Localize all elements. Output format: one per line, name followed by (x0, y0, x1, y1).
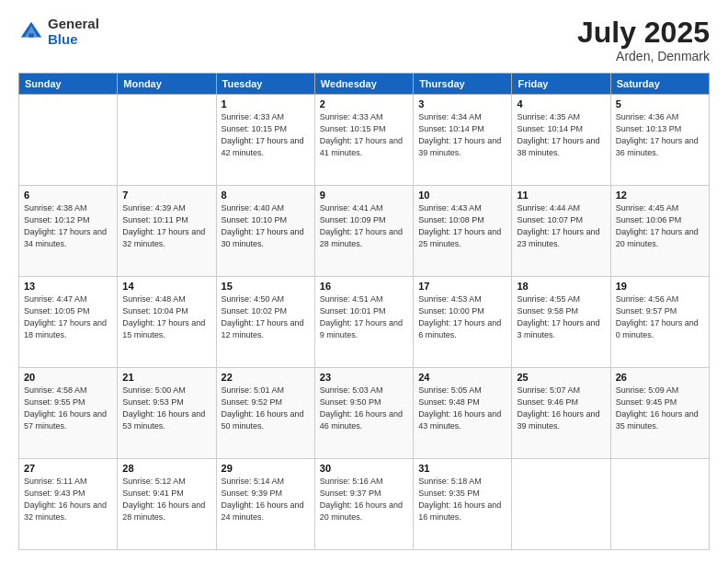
day-info: Sunrise: 5:12 AM Sunset: 9:41 PM Dayligh… (122, 476, 210, 523)
calendar-cell: 30Sunrise: 5:16 AM Sunset: 9:37 PM Dayli… (314, 459, 413, 550)
calendar-cell: 15Sunrise: 4:50 AM Sunset: 10:02 PM Dayl… (216, 277, 314, 368)
day-info: Sunrise: 4:53 AM Sunset: 10:00 PM Daylig… (418, 293, 506, 341)
day-info: Sunrise: 4:44 AM Sunset: 10:07 PM Daylig… (517, 202, 605, 250)
day-number: 26 (616, 372, 704, 383)
logo: General Blue (18, 17, 99, 47)
calendar-cell: 20Sunrise: 4:58 AM Sunset: 9:55 PM Dayli… (19, 368, 118, 459)
calendar-cell: 7Sunrise: 4:39 AM Sunset: 10:11 PM Dayli… (118, 186, 216, 277)
day-number: 24 (418, 372, 506, 383)
day-number: 4 (517, 98, 605, 109)
day-number: 2 (320, 98, 408, 109)
day-info: Sunrise: 4:33 AM Sunset: 10:15 PM Daylig… (320, 111, 408, 159)
day-number: 21 (122, 372, 210, 383)
day-info: Sunrise: 4:35 AM Sunset: 10:14 PM Daylig… (517, 111, 605, 159)
day-number: 10 (418, 190, 506, 201)
day-info: Sunrise: 4:34 AM Sunset: 10:14 PM Daylig… (418, 111, 506, 159)
title-block: July 2025 Arden, Denmark (577, 17, 710, 63)
calendar-cell: 19Sunrise: 4:56 AM Sunset: 9:57 PM Dayli… (610, 277, 709, 368)
svg-rect-2 (28, 33, 34, 37)
day-number: 20 (24, 372, 112, 383)
day-number: 5 (616, 98, 704, 109)
calendar-cell: 5Sunrise: 4:36 AM Sunset: 10:13 PM Dayli… (610, 95, 709, 186)
day-info: Sunrise: 4:51 AM Sunset: 10:01 PM Daylig… (320, 293, 408, 341)
week-row-4: 20Sunrise: 4:58 AM Sunset: 9:55 PM Dayli… (19, 368, 710, 459)
day-info: Sunrise: 4:33 AM Sunset: 10:15 PM Daylig… (222, 111, 310, 159)
day-info: Sunrise: 5:14 AM Sunset: 9:39 PM Dayligh… (222, 476, 310, 523)
title-location: Arden, Denmark (577, 49, 710, 63)
week-row-3: 13Sunrise: 4:47 AM Sunset: 10:05 PM Dayl… (19, 277, 710, 368)
day-info: Sunrise: 4:45 AM Sunset: 10:06 PM Daylig… (616, 202, 704, 250)
header-day-monday: Monday (118, 74, 216, 95)
calendar-cell: 10Sunrise: 4:43 AM Sunset: 10:08 PM Dayl… (414, 186, 512, 277)
calendar-cell: 9Sunrise: 4:41 AM Sunset: 10:09 PM Dayli… (314, 186, 413, 277)
day-info: Sunrise: 5:01 AM Sunset: 9:52 PM Dayligh… (222, 385, 310, 432)
day-info: Sunrise: 5:00 AM Sunset: 9:53 PM Dayligh… (122, 385, 210, 432)
day-number: 11 (517, 190, 605, 201)
calendar-cell: 17Sunrise: 4:53 AM Sunset: 10:00 PM Dayl… (414, 277, 512, 368)
logo-general: General (48, 17, 99, 32)
day-info: Sunrise: 4:48 AM Sunset: 10:04 PM Daylig… (122, 293, 210, 341)
week-row-5: 27Sunrise: 5:11 AM Sunset: 9:43 PM Dayli… (19, 459, 710, 550)
day-number: 30 (320, 463, 408, 474)
header-row: SundayMondayTuesdayWednesdayThursdayFrid… (19, 74, 710, 95)
title-month: July 2025 (577, 17, 710, 49)
day-info: Sunrise: 4:39 AM Sunset: 10:11 PM Daylig… (122, 202, 210, 250)
day-number: 27 (24, 463, 112, 474)
day-info: Sunrise: 5:16 AM Sunset: 9:37 PM Dayligh… (320, 476, 408, 523)
calendar-cell: 28Sunrise: 5:12 AM Sunset: 9:41 PM Dayli… (118, 459, 216, 550)
calendar-cell: 22Sunrise: 5:01 AM Sunset: 9:52 PM Dayli… (216, 368, 314, 459)
header-day-thursday: Thursday (414, 74, 512, 95)
logo-blue: Blue (48, 32, 99, 48)
calendar-cell: 31Sunrise: 5:18 AM Sunset: 9:35 PM Dayli… (414, 459, 512, 550)
day-number: 19 (616, 281, 704, 292)
day-number: 23 (320, 372, 408, 383)
day-number: 31 (418, 463, 506, 474)
day-number: 1 (222, 98, 310, 109)
day-number: 3 (418, 98, 506, 109)
day-number: 17 (418, 281, 506, 292)
day-info: Sunrise: 5:05 AM Sunset: 9:48 PM Dayligh… (418, 385, 506, 432)
day-info: Sunrise: 4:36 AM Sunset: 10:13 PM Daylig… (616, 111, 704, 159)
day-number: 28 (122, 463, 210, 474)
calendar-cell: 6Sunrise: 4:38 AM Sunset: 10:12 PM Dayli… (19, 186, 118, 277)
day-info: Sunrise: 4:41 AM Sunset: 10:09 PM Daylig… (320, 202, 408, 250)
day-info: Sunrise: 4:58 AM Sunset: 9:55 PM Dayligh… (24, 385, 112, 432)
day-info: Sunrise: 5:07 AM Sunset: 9:46 PM Dayligh… (517, 385, 605, 432)
day-number: 9 (320, 190, 408, 201)
day-number: 25 (517, 372, 605, 383)
calendar-cell: 21Sunrise: 5:00 AM Sunset: 9:53 PM Dayli… (118, 368, 216, 459)
calendar-cell (19, 95, 118, 186)
logo-icon (18, 19, 44, 45)
day-number: 22 (222, 372, 310, 383)
calendar-cell: 4Sunrise: 4:35 AM Sunset: 10:14 PM Dayli… (512, 95, 610, 186)
calendar-cell: 1Sunrise: 4:33 AM Sunset: 10:15 PM Dayli… (216, 95, 314, 186)
calendar-cell: 12Sunrise: 4:45 AM Sunset: 10:06 PM Dayl… (610, 186, 709, 277)
day-info: Sunrise: 5:11 AM Sunset: 9:43 PM Dayligh… (24, 476, 112, 523)
day-info: Sunrise: 4:56 AM Sunset: 9:57 PM Dayligh… (616, 293, 704, 341)
calendar-cell (512, 459, 610, 550)
day-number: 6 (24, 190, 112, 201)
calendar-cell: 26Sunrise: 5:09 AM Sunset: 9:45 PM Dayli… (610, 368, 709, 459)
calendar-cell: 16Sunrise: 4:51 AM Sunset: 10:01 PM Dayl… (314, 277, 413, 368)
day-info: Sunrise: 5:09 AM Sunset: 9:45 PM Dayligh… (616, 385, 704, 432)
header: General Blue July 2025 Arden, Denmark (18, 17, 710, 63)
calendar-cell: 2Sunrise: 4:33 AM Sunset: 10:15 PM Dayli… (314, 95, 413, 186)
day-number: 16 (320, 281, 408, 292)
week-row-2: 6Sunrise: 4:38 AM Sunset: 10:12 PM Dayli… (19, 186, 710, 277)
calendar-cell: 14Sunrise: 4:48 AM Sunset: 10:04 PM Dayl… (118, 277, 216, 368)
calendar-cell (610, 459, 709, 550)
calendar-cell: 18Sunrise: 4:55 AM Sunset: 9:58 PM Dayli… (512, 277, 610, 368)
calendar-cell: 24Sunrise: 5:05 AM Sunset: 9:48 PM Dayli… (414, 368, 512, 459)
day-number: 8 (222, 190, 310, 201)
week-row-1: 1Sunrise: 4:33 AM Sunset: 10:15 PM Dayli… (19, 95, 710, 186)
page: General Blue July 2025 Arden, Denmark Su… (0, 0, 728, 563)
calendar-cell: 11Sunrise: 4:44 AM Sunset: 10:07 PM Dayl… (512, 186, 610, 277)
calendar-cell: 8Sunrise: 4:40 AM Sunset: 10:10 PM Dayli… (216, 186, 314, 277)
day-number: 13 (24, 281, 112, 292)
day-number: 7 (122, 190, 210, 201)
day-info: Sunrise: 4:50 AM Sunset: 10:02 PM Daylig… (222, 293, 310, 341)
calendar-cell: 3Sunrise: 4:34 AM Sunset: 10:14 PM Dayli… (414, 95, 512, 186)
day-info: Sunrise: 5:18 AM Sunset: 9:35 PM Dayligh… (418, 476, 506, 523)
header-day-sunday: Sunday (19, 74, 118, 95)
calendar-table: SundayMondayTuesdayWednesdayThursdayFrid… (18, 73, 710, 550)
